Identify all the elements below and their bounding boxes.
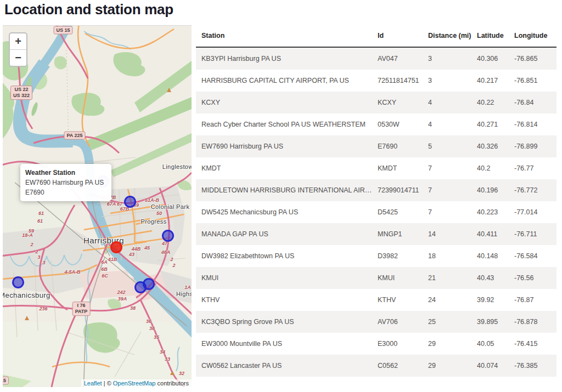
zoom-in-button[interactable]: + <box>10 33 26 50</box>
cell-station: MIDDLETOWN HARRISBURG INTERNATIONAL AIRP… <box>196 179 378 201</box>
cell-id: E7690 <box>378 135 428 157</box>
exit-number-label: 4-5A-B <box>64 269 80 275</box>
table-row[interactable]: KB3YPI Harrisburg PA USAV047340.306-76.8… <box>196 47 557 70</box>
cell-station: DW5425 Mechanicsburg PA US <box>196 201 378 223</box>
cell-latitude: 40.148 <box>477 245 514 267</box>
cell-id: MNGP1 <box>378 223 428 245</box>
col-header-distance[interactable]: Distance (mi) <box>428 25 477 47</box>
cell-longitude: -76.84 <box>514 92 557 113</box>
attribution-separator: | © <box>102 380 113 387</box>
cell-longitude: -76.851 <box>514 70 557 92</box>
cell-station: KMUI <box>196 267 378 289</box>
cell-station: DW3982 Elizabethtown PA US <box>196 245 378 267</box>
station-table: Station Id Distance (mi) Latitude Longit… <box>196 25 557 377</box>
table-row[interactable]: EW7690 Harrisburg PA USE7690540.326-76.8… <box>196 135 557 157</box>
table-row[interactable]: DW5425 Mechanicsburg PA USD5425740.223-7… <box>196 201 557 223</box>
cell-longitude: -76.878 <box>514 311 557 333</box>
table-row[interactable]: HARRISBURG CAPITAL CITY AIRPORT, PA US72… <box>196 70 557 92</box>
table-row[interactable]: Reach Cyber Charter School PA US WEATHER… <box>196 113 557 135</box>
zoom-out-button[interactable]: − <box>10 50 26 66</box>
table-row[interactable]: EW3000 Mountville PA USE30002940.05-76.4… <box>196 333 557 355</box>
table-row[interactable]: DW3982 Elizabethtown PA USD39821840.148-… <box>196 245 557 267</box>
col-header-longitude[interactable]: Longitude <box>514 25 557 47</box>
cell-distance: 29 <box>428 355 477 377</box>
cell-longitude: -76.77 <box>514 157 557 179</box>
road-shield: I 76 PATP <box>72 302 91 316</box>
cell-longitude: -76.385 <box>514 355 557 377</box>
cell-longitude: -76.772 <box>514 179 557 201</box>
exit-number-label: 2 <box>172 263 175 268</box>
station-marker-blue[interactable] <box>12 276 24 288</box>
table-header-row: Station Id Distance (mi) Latitude Longit… <box>196 25 557 47</box>
table-row[interactable]: MIDDLETOWN HARRISBURG INTERNATIONAL AIRP… <box>196 179 557 201</box>
col-header-station[interactable]: Station <box>196 25 378 47</box>
table-row[interactable]: CW0562 Lancaster PA USC05622940.074-76.3… <box>196 355 557 377</box>
table-row[interactable]: KMUIKMUI2140.43-76.56 <box>196 267 557 289</box>
cell-distance: 18 <box>428 245 477 267</box>
cell-id: 72511814751 <box>378 70 428 92</box>
cell-id: KCXY <box>378 92 428 113</box>
cell-latitude: 39.92 <box>477 289 514 311</box>
cell-distance: 24 <box>428 289 477 311</box>
exit-number-label: 51A-B <box>145 197 159 203</box>
cell-station: KMDT <box>196 157 378 179</box>
table-row[interactable]: MANADA GAP PA USMNGP11440.411-76.711 <box>196 223 557 245</box>
road-shield: US 22 US 322 <box>10 86 32 100</box>
exit-number-label: 6A <box>101 259 108 265</box>
cell-id: 72399014711 <box>378 179 428 201</box>
station-marker-red[interactable] <box>110 241 122 253</box>
cell-longitude: -76.56 <box>514 267 557 289</box>
cell-longitude: -76.87 <box>514 289 557 311</box>
cell-latitude: 40.411 <box>477 223 514 245</box>
exit-number-label: 6B <box>101 266 108 272</box>
station-marker-blue[interactable] <box>162 230 174 242</box>
col-header-id[interactable]: Id <box>378 25 428 47</box>
cell-station: HARRISBURG CAPITAL CITY AIRPORT, PA US <box>196 70 378 92</box>
table-row[interactable]: KMDTKMDT740.2-76.77 <box>196 157 557 179</box>
cell-distance: 3 <box>428 47 477 70</box>
cell-station: Reach Cyber Charter School PA US WEATHER… <box>196 113 378 135</box>
cell-latitude: 40.326 <box>477 135 514 157</box>
table-row[interactable]: KC3QBO Spring Grove PA USAV7062539.895-7… <box>196 311 557 333</box>
cell-id: AV047 <box>378 47 428 70</box>
exit-number-label: 2 <box>35 249 38 254</box>
town-label: Highspire <box>176 291 192 297</box>
table-row[interactable]: KTHVKTHV2439.92-76.87 <box>196 289 557 311</box>
exit-number-label: 34 <box>160 349 165 355</box>
cell-id: E3000 <box>378 333 428 355</box>
cell-latitude: 40.22 <box>477 92 514 113</box>
cell-distance: 4 <box>428 92 477 113</box>
map-zoom-control: + − <box>9 32 27 67</box>
cell-id: KMDT <box>378 157 428 179</box>
station-map[interactable]: US 15US 22 US 322PA 225I 76 PATP15Harris… <box>3 25 192 387</box>
osm-link[interactable]: OpenStreetMap <box>113 380 156 387</box>
station-marker-blue[interactable] <box>143 278 155 290</box>
exit-number-label: 32 <box>179 371 184 376</box>
cell-longitude: -77.014 <box>514 201 557 223</box>
col-header-latitude[interactable]: Latitude <box>477 25 514 47</box>
cell-latitude: 40.196 <box>477 179 514 201</box>
exit-number-label: 3 <box>37 254 40 260</box>
exit-number-label: 33 <box>165 356 170 362</box>
exit-number-label: 46A <box>161 249 171 255</box>
exit-number-label: 2 <box>30 242 33 247</box>
cell-id: D5425 <box>378 201 428 223</box>
exit-number-label: 61 <box>37 218 43 224</box>
cell-station: KC3QBO Spring Grove PA US <box>196 311 378 333</box>
cell-station: KTHV <box>196 289 378 311</box>
cell-latitude: 40.223 <box>477 201 514 223</box>
exit-number-label: 1A <box>184 285 191 290</box>
station-marker-blue[interactable] <box>124 196 136 208</box>
exit-number-label: 2 <box>170 257 173 262</box>
cell-distance: 4 <box>428 113 477 135</box>
cell-id: KTHV <box>378 289 428 311</box>
exit-number-label: 242 <box>117 289 125 295</box>
cell-distance: 7 <box>428 201 477 223</box>
cell-distance: 14 <box>428 223 477 245</box>
tooltip-title: Weather Station <box>25 168 106 178</box>
cell-distance: 5 <box>428 135 477 157</box>
cell-latitude: 40.074 <box>477 355 514 377</box>
table-row[interactable]: KCXYKCXY440.22-76.84 <box>196 92 557 113</box>
cell-latitude: 40.217 <box>477 70 514 92</box>
leaflet-link[interactable]: Leaflet <box>84 380 102 387</box>
